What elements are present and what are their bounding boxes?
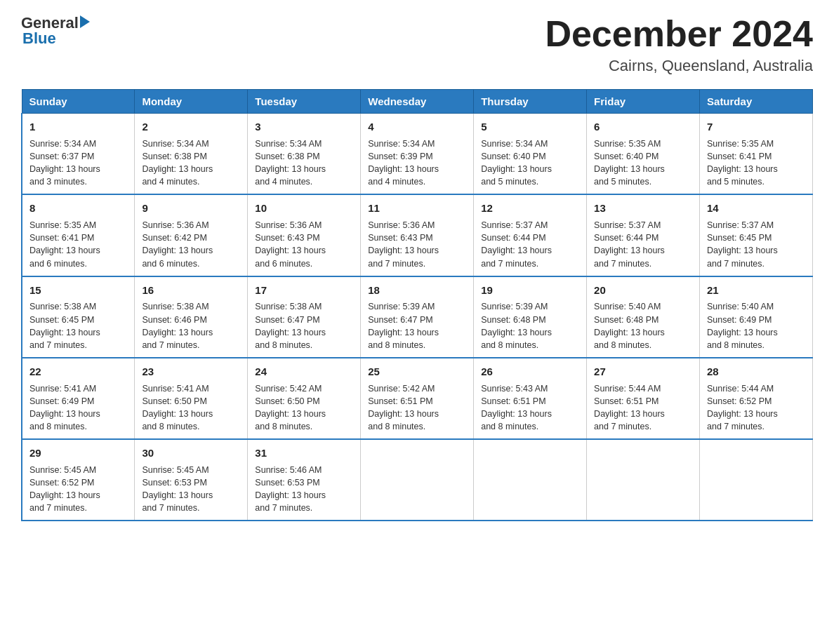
day-number: 19 — [481, 283, 579, 298]
calendar-cell: 14 Sunrise: 5:37 AMSunset: 6:45 PMDaylig… — [700, 194, 813, 276]
logo: General Blue — [21, 14, 90, 48]
calendar-cell: 19 Sunrise: 5:39 AMSunset: 6:48 PMDaylig… — [474, 276, 587, 358]
day-info: Sunrise: 5:43 AMSunset: 6:51 PMDaylight:… — [481, 382, 579, 434]
calendar-cell: 24 Sunrise: 5:42 AMSunset: 6:50 PMDaylig… — [248, 358, 361, 439]
day-number: 31 — [255, 445, 353, 461]
day-number: 8 — [29, 201, 127, 216]
day-info: Sunrise: 5:39 AMSunset: 6:47 PMDaylight:… — [368, 300, 466, 351]
calendar-cell — [474, 439, 587, 521]
day-number: 21 — [707, 283, 805, 298]
day-info: Sunrise: 5:37 AMSunset: 6:44 PMDaylight:… — [594, 219, 692, 270]
day-info: Sunrise: 5:35 AMSunset: 6:41 PMDaylight:… — [707, 137, 805, 189]
day-info: Sunrise: 5:45 AMSunset: 6:52 PMDaylight:… — [29, 464, 127, 515]
calendar-cell: 16 Sunrise: 5:38 AMSunset: 6:46 PMDaylig… — [135, 276, 248, 358]
calendar-cell: 18 Sunrise: 5:39 AMSunset: 6:47 PMDaylig… — [361, 276, 474, 358]
day-number: 4 — [368, 119, 466, 135]
day-number: 15 — [29, 283, 127, 298]
title-block: December 2024 Cairns, Queensland, Austra… — [545, 14, 813, 75]
day-number: 11 — [368, 201, 466, 216]
day-number: 17 — [255, 283, 353, 298]
day-number: 12 — [481, 201, 579, 216]
day-info: Sunrise: 5:39 AMSunset: 6:48 PMDaylight:… — [481, 300, 579, 351]
day-number: 30 — [142, 445, 240, 461]
day-number: 6 — [594, 119, 692, 135]
weekday-header-row: SundayMondayTuesdayWednesdayThursdayFrid… — [22, 90, 813, 114]
calendar-cell: 10 Sunrise: 5:36 AMSunset: 6:43 PMDaylig… — [248, 194, 361, 276]
calendar-cell: 20 Sunrise: 5:40 AMSunset: 6:48 PMDaylig… — [587, 276, 700, 358]
weekday-header-thursday: Thursday — [474, 90, 587, 114]
calendar-cell: 15 Sunrise: 5:38 AMSunset: 6:45 PMDaylig… — [22, 276, 135, 358]
day-info: Sunrise: 5:44 AMSunset: 6:51 PMDaylight:… — [594, 382, 692, 434]
day-number: 14 — [707, 201, 805, 216]
day-number: 20 — [594, 283, 692, 298]
calendar-subtitle: Cairns, Queensland, Australia — [545, 57, 813, 75]
calendar-week-row: 1 Sunrise: 5:34 AMSunset: 6:37 PMDayligh… — [22, 114, 813, 195]
weekday-header-friday: Friday — [587, 90, 700, 114]
weekday-header-wednesday: Wednesday — [361, 90, 474, 114]
day-info: Sunrise: 5:34 AMSunset: 6:37 PMDaylight:… — [29, 137, 127, 189]
day-info: Sunrise: 5:41 AMSunset: 6:49 PMDaylight:… — [29, 382, 127, 434]
page-header: General Blue December 2024 Cairns, Queen… — [21, 14, 813, 75]
day-info: Sunrise: 5:34 AMSunset: 6:39 PMDaylight:… — [368, 137, 466, 189]
calendar-cell: 1 Sunrise: 5:34 AMSunset: 6:37 PMDayligh… — [22, 114, 135, 195]
day-info: Sunrise: 5:38 AMSunset: 6:45 PMDaylight:… — [29, 300, 127, 351]
calendar-cell: 7 Sunrise: 5:35 AMSunset: 6:41 PMDayligh… — [700, 114, 813, 195]
calendar-cell: 22 Sunrise: 5:41 AMSunset: 6:49 PMDaylig… — [22, 358, 135, 439]
calendar-cell: 5 Sunrise: 5:34 AMSunset: 6:40 PMDayligh… — [474, 114, 587, 195]
calendar-cell — [700, 439, 813, 521]
calendar-week-row: 8 Sunrise: 5:35 AMSunset: 6:41 PMDayligh… — [22, 194, 813, 276]
day-number: 3 — [255, 119, 353, 135]
calendar-week-row: 22 Sunrise: 5:41 AMSunset: 6:49 PMDaylig… — [22, 358, 813, 439]
calendar-cell: 3 Sunrise: 5:34 AMSunset: 6:38 PMDayligh… — [248, 114, 361, 195]
calendar-cell: 12 Sunrise: 5:37 AMSunset: 6:44 PMDaylig… — [474, 194, 587, 276]
day-info: Sunrise: 5:41 AMSunset: 6:50 PMDaylight:… — [142, 382, 240, 434]
day-info: Sunrise: 5:34 AMSunset: 6:38 PMDaylight:… — [255, 137, 353, 189]
day-info: Sunrise: 5:42 AMSunset: 6:50 PMDaylight:… — [255, 382, 353, 434]
calendar-cell: 4 Sunrise: 5:34 AMSunset: 6:39 PMDayligh… — [361, 114, 474, 195]
day-number: 23 — [142, 364, 240, 380]
calendar-cell: 2 Sunrise: 5:34 AMSunset: 6:38 PMDayligh… — [135, 114, 248, 195]
day-number: 1 — [29, 119, 127, 135]
day-info: Sunrise: 5:44 AMSunset: 6:52 PMDaylight:… — [707, 382, 805, 434]
day-number: 9 — [142, 201, 240, 216]
day-info: Sunrise: 5:34 AMSunset: 6:40 PMDaylight:… — [481, 137, 579, 189]
calendar-cell — [361, 439, 474, 521]
day-number: 2 — [142, 119, 240, 135]
day-info: Sunrise: 5:40 AMSunset: 6:48 PMDaylight:… — [594, 300, 692, 351]
calendar-cell: 9 Sunrise: 5:36 AMSunset: 6:42 PMDayligh… — [135, 194, 248, 276]
day-number: 18 — [368, 283, 466, 298]
calendar-cell: 21 Sunrise: 5:40 AMSunset: 6:49 PMDaylig… — [700, 276, 813, 358]
weekday-header-saturday: Saturday — [700, 90, 813, 114]
day-number: 24 — [255, 364, 353, 380]
day-number: 10 — [255, 201, 353, 216]
day-number: 26 — [481, 364, 579, 380]
day-info: Sunrise: 5:34 AMSunset: 6:38 PMDaylight:… — [142, 137, 240, 189]
calendar-cell: 28 Sunrise: 5:44 AMSunset: 6:52 PMDaylig… — [700, 358, 813, 439]
day-info: Sunrise: 5:38 AMSunset: 6:46 PMDaylight:… — [142, 300, 240, 351]
day-number: 16 — [142, 283, 240, 298]
calendar-cell: 26 Sunrise: 5:43 AMSunset: 6:51 PMDaylig… — [474, 358, 587, 439]
weekday-header-tuesday: Tuesday — [248, 90, 361, 114]
weekday-header-monday: Monday — [135, 90, 248, 114]
calendar-cell: 17 Sunrise: 5:38 AMSunset: 6:47 PMDaylig… — [248, 276, 361, 358]
calendar-cell: 8 Sunrise: 5:35 AMSunset: 6:41 PMDayligh… — [22, 194, 135, 276]
day-info: Sunrise: 5:37 AMSunset: 6:45 PMDaylight:… — [707, 219, 805, 270]
calendar-table: SundayMondayTuesdayWednesdayThursdayFrid… — [21, 89, 813, 521]
calendar-title: December 2024 — [545, 14, 813, 54]
day-info: Sunrise: 5:40 AMSunset: 6:49 PMDaylight:… — [707, 300, 805, 351]
weekday-header-sunday: Sunday — [22, 90, 135, 114]
day-number: 25 — [368, 364, 466, 380]
day-info: Sunrise: 5:38 AMSunset: 6:47 PMDaylight:… — [255, 300, 353, 351]
day-number: 13 — [594, 201, 692, 216]
logo-blue: Blue — [22, 29, 56, 48]
day-info: Sunrise: 5:35 AMSunset: 6:40 PMDaylight:… — [594, 137, 692, 189]
calendar-cell: 30 Sunrise: 5:45 AMSunset: 6:53 PMDaylig… — [135, 439, 248, 521]
logo-arrow-icon — [80, 15, 90, 28]
day-info: Sunrise: 5:37 AMSunset: 6:44 PMDaylight:… — [481, 219, 579, 270]
calendar-cell: 6 Sunrise: 5:35 AMSunset: 6:40 PMDayligh… — [587, 114, 700, 195]
day-number: 22 — [29, 364, 127, 380]
calendar-cell: 11 Sunrise: 5:36 AMSunset: 6:43 PMDaylig… — [361, 194, 474, 276]
calendar-cell: 23 Sunrise: 5:41 AMSunset: 6:50 PMDaylig… — [135, 358, 248, 439]
day-info: Sunrise: 5:42 AMSunset: 6:51 PMDaylight:… — [368, 382, 466, 434]
day-number: 5 — [481, 119, 579, 135]
